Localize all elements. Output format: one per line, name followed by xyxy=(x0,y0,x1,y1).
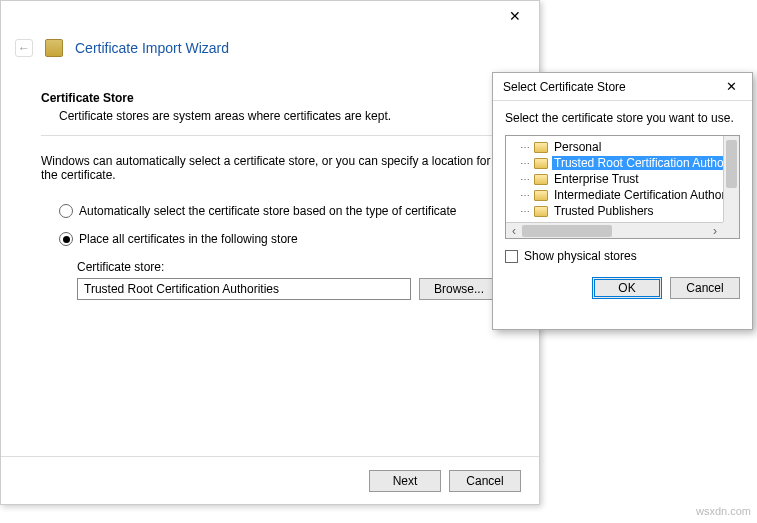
select-store-dialog: Select Certificate Store ✕ Select the ce… xyxy=(492,72,753,330)
radio-auto[interactable]: Automatically select the certificate sto… xyxy=(59,204,499,218)
close-icon[interactable]: ✕ xyxy=(716,77,746,97)
store-tree: ⋯Personal⋯Trusted Root Certification Aut… xyxy=(505,135,740,239)
tree-item[interactable]: ⋯Enterprise Trust xyxy=(510,171,735,187)
folder-icon xyxy=(534,206,548,217)
wizard-window: ✕ ← Certificate Import Wizard Certificat… xyxy=(0,0,540,505)
tree-toggle-icon: ⋯ xyxy=(520,158,530,169)
section-heading: Certificate Store xyxy=(41,91,499,105)
wizard-titlebar: ✕ xyxy=(1,1,539,31)
radio-manual-label: Place all certificates in the following … xyxy=(79,232,298,246)
folder-icon xyxy=(534,190,548,201)
radio-icon xyxy=(59,204,73,218)
dialog-buttons: OK Cancel xyxy=(505,277,740,299)
folder-icon xyxy=(534,174,548,185)
scrollbar-horizontal[interactable]: ‹ › xyxy=(506,222,723,238)
folder-icon xyxy=(534,142,548,153)
tree-toggle-icon: ⋯ xyxy=(520,206,530,217)
section-subtext: Certificate stores are system areas wher… xyxy=(59,109,499,123)
radio-icon xyxy=(59,232,73,246)
certificate-icon xyxy=(45,39,63,57)
scroll-corner xyxy=(723,222,739,238)
back-arrow-icon[interactable]: ← xyxy=(15,39,33,57)
store-label: Certificate store: xyxy=(77,260,499,274)
cancel-button[interactable]: Cancel xyxy=(670,277,740,299)
show-physical-checkbox[interactable]: Show physical stores xyxy=(505,249,740,263)
tree-item-label: Trusted Root Certification Authorities xyxy=(552,156,740,170)
browse-button[interactable]: Browse... xyxy=(419,278,499,300)
dialog-body: Select the certificate store you want to… xyxy=(493,101,752,309)
chevron-left-icon[interactable]: ‹ xyxy=(506,224,522,238)
close-icon[interactable]: ✕ xyxy=(499,4,531,28)
wizard-footer: Next Cancel xyxy=(1,456,539,504)
radio-auto-label: Automatically select the certificate sto… xyxy=(79,204,457,218)
tree-item-label: Enterprise Trust xyxy=(552,172,641,186)
tree-item[interactable]: ⋯Trusted Publishers xyxy=(510,203,735,219)
tree-toggle-icon: ⋯ xyxy=(520,142,530,153)
tree-item[interactable]: ⋯Personal xyxy=(510,139,735,155)
tree-item[interactable]: ⋯Intermediate Certification Authorities xyxy=(510,187,735,203)
chevron-right-icon[interactable]: › xyxy=(707,224,723,238)
ok-button[interactable]: OK xyxy=(592,277,662,299)
tree-item-label: Personal xyxy=(552,140,603,154)
cancel-button[interactable]: Cancel xyxy=(449,470,521,492)
wizard-content: Certificate Store Certificate stores are… xyxy=(1,61,539,310)
scrollbar-vertical[interactable] xyxy=(723,136,739,222)
show-physical-label: Show physical stores xyxy=(524,249,637,263)
tree-item-label: Trusted Publishers xyxy=(552,204,656,218)
tree-toggle-icon: ⋯ xyxy=(520,174,530,185)
dialog-title: Select Certificate Store xyxy=(503,80,626,94)
folder-icon xyxy=(534,158,548,169)
radio-group: Automatically select the certificate sto… xyxy=(59,204,499,246)
wizard-title: Certificate Import Wizard xyxy=(75,40,229,56)
store-input[interactable] xyxy=(77,278,411,300)
wizard-header: ← Certificate Import Wizard xyxy=(1,31,539,61)
radio-manual[interactable]: Place all certificates in the following … xyxy=(59,232,499,246)
dialog-instruction: Select the certificate store you want to… xyxy=(505,111,740,125)
dialog-titlebar: Select Certificate Store ✕ xyxy=(493,73,752,101)
watermark: wsxdn.com xyxy=(696,505,751,517)
separator xyxy=(41,135,499,136)
next-button[interactable]: Next xyxy=(369,470,441,492)
store-block: Certificate store: Browse... xyxy=(77,260,499,300)
instruction-text: Windows can automatically select a certi… xyxy=(41,154,499,182)
checkbox-icon xyxy=(505,250,518,263)
tree-item-label: Intermediate Certification Authorities xyxy=(552,188,740,202)
tree-item[interactable]: ⋯Trusted Root Certification Authorities xyxy=(510,155,735,171)
tree-toggle-icon: ⋯ xyxy=(520,190,530,201)
